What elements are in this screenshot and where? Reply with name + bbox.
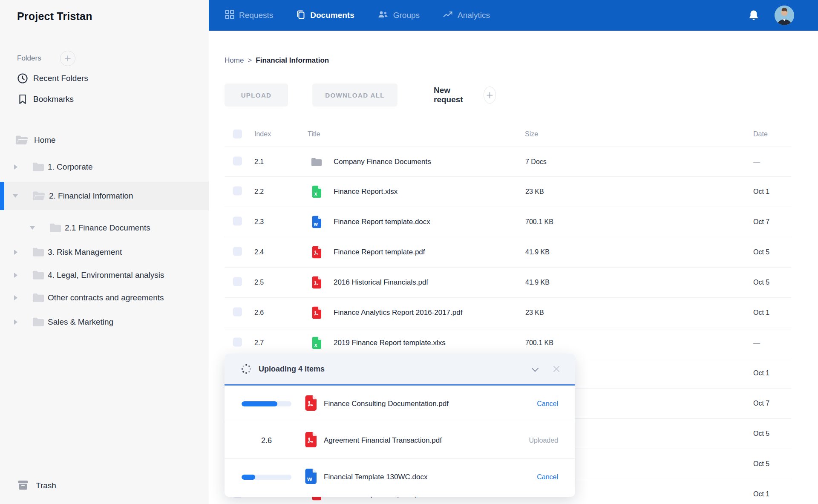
row-index: 2.5 [254,279,264,286]
folder-icon [32,247,44,257]
row-date: — [753,339,760,347]
row-index: 2.4 [254,248,264,256]
row-checkbox[interactable] [233,277,242,286]
table-row[interactable]: 2.5 2016 Historical Financials.pdf 41.9 … [225,268,791,298]
svg-text:x: x [314,191,317,197]
tree-item-home[interactable]: Home [0,128,209,152]
row-date: Oct 1 [753,369,769,377]
upload-file-name: Finance Consulting Documentation.pdf [324,400,449,408]
cancel-upload-link[interactable]: Cancel [537,400,558,408]
row-size: 700.1 KB [525,218,553,226]
tree-item-risk-management[interactable]: 3. Risk Management [0,240,209,264]
folder-icon [311,157,322,166]
row-date: Oct 1 [753,490,769,498]
upload-file-name: Agreement Financial Transaction.pdf [324,436,442,445]
notifications-bell-icon[interactable] [748,9,759,21]
excel-file-icon: x [311,185,322,198]
row-checkbox[interactable] [233,308,242,317]
row-checkbox[interactable] [233,247,242,256]
folder-open-icon [15,135,28,145]
tree-item-legal-environmental[interactable]: 4. Legal, Environmental analysis [0,263,209,287]
caret-down-icon[interactable] [30,226,35,230]
column-header-index: Index [254,130,271,138]
row-date: Oct 5 [753,279,769,286]
sidebar-item-label: Recent Folders [33,74,88,83]
svg-text:w: w [307,475,312,482]
row-date: Oct 1 [753,309,769,317]
tree-item-label: Sales & Marketing [48,317,113,327]
column-header-title: Title [308,130,320,138]
user-avatar[interactable] [775,6,794,25]
caret-right-icon[interactable] [14,273,17,278]
row-checkbox[interactable] [233,338,242,347]
tree-item-financial-information[interactable]: 2. Financial Information [0,182,209,210]
collapse-chevron-down-icon[interactable] [531,366,539,372]
select-all-checkbox[interactable] [233,130,242,138]
loading-spinner-icon [241,363,252,374]
row-date: Oct 7 [753,400,769,407]
main-content: Home > Financial Information UPLOAD DOWN… [209,31,818,504]
download-all-button[interactable]: DOWNLOAD ALL [312,84,397,107]
caret-right-icon[interactable] [14,295,17,300]
close-icon[interactable] [553,366,560,372]
caret-right-icon[interactable] [14,320,17,325]
folder-icon [49,223,61,233]
tree-item-finance-documents[interactable]: 2.1 Finance Documents [0,216,209,240]
upload-progress-panel: Uploading 4 items Finance Consulting Doc… [225,354,575,497]
tree-item-label: 2.1 Finance Documents [65,223,150,233]
folder-open-icon [32,191,45,201]
sidebar-item-bookmarks[interactable]: Bookmarks [0,89,209,109]
tab-requests[interactable]: Requests [225,10,273,21]
row-size: 23 KB [525,188,544,196]
caret-right-icon[interactable] [14,164,17,170]
tree-item-label: Home [34,135,56,145]
table-row[interactable]: 2.2 x Finance Report.xlsx 23 KB Oct 1 [225,177,791,207]
trash-icon [17,479,29,492]
table-row[interactable]: 2.4 Finance Report template.pdf 41.9 KB … [225,237,791,268]
sidebar-item-trash[interactable]: Trash [0,474,209,498]
tree-item-label: 3. Risk Management [48,248,122,257]
tab-label: Requests [239,11,273,20]
row-date: Oct 1 [753,188,769,196]
cancel-upload-link[interactable]: Cancel [537,473,558,481]
row-checkbox[interactable] [233,217,242,226]
row-date: Oct 5 [753,248,769,256]
row-checkbox[interactable] [233,156,242,165]
upload-item-index: 2.6 [242,436,291,445]
tab-label: Analytics [458,11,490,20]
row-checkbox[interactable] [233,187,242,196]
add-folder-icon[interactable] [60,51,75,66]
tree-item-sales-marketing[interactable]: Sales & Marketing [0,310,209,334]
row-date: — [753,158,760,166]
upload-item: 2.6 Agreement Financial Transaction.pdf … [225,422,575,459]
caret-down-icon[interactable] [13,194,18,198]
tab-label: Groups [393,11,420,20]
tab-documents[interactable]: Documents [296,9,354,22]
svg-text:w: w [313,221,318,227]
upload-button[interactable]: UPLOAD [225,84,288,107]
tree-item-other-contracts[interactable]: Other contracts and agreements [0,286,209,310]
analytics-icon [443,10,453,21]
tree-item-corporate[interactable]: 1. Corporate [0,155,209,179]
table-row[interactable]: 2.1 Company Finance Documents 7 Docs — [225,147,791,177]
table-row[interactable]: 2.3 w Finance Report template.docx 700.1… [225,207,791,237]
tab-analytics[interactable]: Analytics [443,10,490,21]
tab-groups[interactable]: Groups [377,10,420,21]
pdf-file-icon [304,432,317,449]
caret-right-icon[interactable] [14,250,17,255]
row-index: 2.2 [254,188,264,196]
upload-item: Finance Consulting Documentation.pdf Can… [225,386,575,422]
breadcrumb-home-link[interactable]: Home [225,56,244,65]
progress-bar [242,475,291,480]
app-title: Project Tristan [17,10,92,23]
row-index: 2.3 [254,218,264,226]
sidebar: Project Tristan Folders Recent Folders B… [0,0,209,504]
row-size: 700.1 KB [525,339,553,347]
sidebar-item-recent-folders[interactable]: Recent Folders [0,68,209,89]
word-file-icon: w [304,469,317,486]
row-title: Finance Report template.pdf [334,248,425,256]
folder-icon [32,293,44,303]
table-row[interactable]: 2.6 Finance Analytics Report 2016-2017.p… [225,298,791,328]
new-request-button[interactable]: New request [434,84,496,107]
tree-item-label: 1. Corporate [48,162,93,172]
